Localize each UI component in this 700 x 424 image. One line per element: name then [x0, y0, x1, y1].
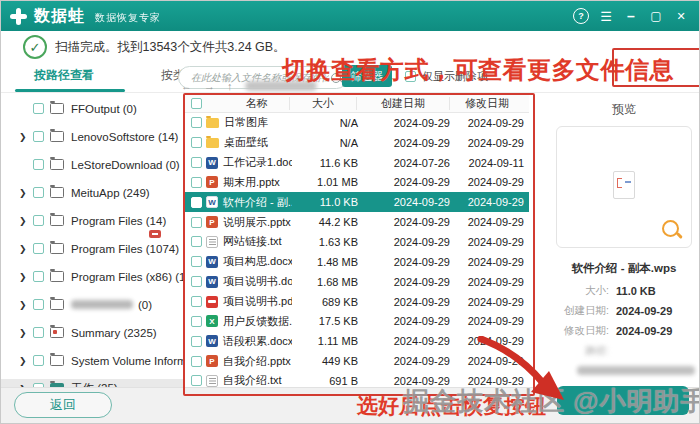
tree-checkbox[interactable] — [33, 103, 44, 114]
table-row[interactable]: 自我介绍.pptx449 KB2024-09-292024-09-29 — [185, 351, 529, 371]
select-all-checkbox[interactable] — [191, 98, 202, 109]
tab-view-by-path[interactable]: 按路径查看 — [34, 67, 94, 84]
file-created: 2024-09-29 — [358, 335, 450, 347]
tree-item[interactable]: Summary (2325) — [1, 323, 183, 342]
table-row[interactable]: 项目说明书.do...1.68 MB2024-09-292024-09-29 — [185, 272, 529, 292]
row-checkbox[interactable] — [191, 316, 202, 327]
tree-item[interactable]: System Volume Informat — [1, 351, 183, 370]
preview-thumbnail[interactable] — [556, 126, 692, 248]
tree-checkbox[interactable] — [33, 131, 44, 142]
tree-checkbox[interactable] — [33, 299, 44, 310]
up-arrow-icon[interactable]: ↑ — [227, 80, 233, 92]
header-modified[interactable]: 修改日期 — [449, 97, 529, 110]
table-row[interactable]: 项目构思.docx1.48 MB2024-09-292024-09-29 — [185, 252, 529, 272]
chevron-right-icon[interactable] — [19, 132, 33, 142]
chevron-right-icon[interactable] — [19, 328, 33, 338]
help-icon[interactable] — [573, 8, 589, 24]
tree-checkbox[interactable] — [33, 159, 44, 170]
table-row[interactable]: 用户反馈数据...17.5 KB2024-09-292024-09-29 — [185, 311, 529, 331]
folder-icon — [50, 299, 64, 310]
table-row[interactable]: 工作记录1.docx11.6 KB2024-07-262024-09-11 — [185, 153, 529, 173]
row-checkbox[interactable] — [191, 177, 202, 188]
file-name: 网站链接.txt — [218, 234, 292, 249]
folder-icon — [50, 243, 64, 254]
chevron-right-icon[interactable] — [19, 216, 33, 226]
folder-icon — [50, 131, 64, 142]
tree-item-label: Summary (2325) — [71, 327, 157, 339]
row-checkbox[interactable] — [191, 197, 202, 208]
file-created: 2024-07-26 — [358, 157, 450, 169]
file-size: 689 KB — [292, 296, 358, 308]
table-row[interactable]: 项目说明书.pdf689 KB2024-09-292024-09-29 — [185, 292, 529, 312]
folder-icon — [50, 103, 64, 114]
row-checkbox[interactable] — [191, 276, 202, 287]
row-checkbox[interactable] — [191, 137, 202, 148]
file-created: 2024-09-29 — [358, 296, 450, 308]
app-subtitle: 数据恢复专家 — [95, 11, 161, 25]
tree-item[interactable]: MeituApp (249) — [1, 183, 183, 202]
close-icon[interactable] — [673, 8, 689, 24]
file-name: 项目说明书.do... — [218, 274, 292, 289]
tree-checkbox[interactable] — [33, 243, 44, 254]
chevron-right-icon[interactable] — [19, 356, 33, 366]
tree-checkbox[interactable] — [33, 355, 44, 366]
tree-checkbox[interactable] — [33, 327, 44, 338]
header-created[interactable]: 创建日期 — [356, 97, 449, 110]
file-size: 1.11 MB — [292, 335, 358, 347]
table-row[interactable]: 说明展示.pptx44.2 KB2024-09-292024-09-29 — [185, 212, 529, 232]
tree-item[interactable]: FFOutput (0) — [1, 99, 183, 118]
row-checkbox[interactable] — [191, 256, 202, 267]
chevron-right-icon[interactable] — [19, 244, 33, 254]
row-checkbox[interactable] — [191, 356, 202, 367]
maximize-icon[interactable] — [648, 8, 664, 24]
tree-item[interactable]: Program Files (1074) — [1, 239, 183, 258]
word-file-icon — [206, 276, 218, 288]
excel-file-icon — [206, 315, 218, 327]
file-name: 用户反馈数据... — [218, 314, 292, 329]
row-checkbox[interactable] — [191, 375, 202, 386]
back-button[interactable]: 返回 — [14, 392, 112, 418]
file-created: 2024-09-29 — [358, 256, 450, 268]
table-row[interactable]: 桌面壁纸N/A2024-09-292024-09-29 — [185, 133, 529, 153]
field-label: 修改日期: — [549, 324, 609, 338]
table-row[interactable]: 语段积累.docx1.11 MB2024-09-292024-09-29 — [185, 331, 529, 351]
tree-checkbox[interactable] — [33, 187, 44, 198]
table-row[interactable]: 期末用.pptx1.01 MB2024-09-292024-09-29 — [185, 173, 529, 193]
row-checkbox[interactable] — [191, 217, 202, 228]
file-size: 1.63 KB — [292, 236, 358, 248]
back-arrow-icon[interactable]: ← — [181, 80, 192, 92]
tree-item[interactable]: LeStoreDownload (0) — [1, 155, 183, 174]
minimize-icon[interactable] — [623, 8, 639, 24]
tree-item[interactable]: Program Files (x86) (1976 — [1, 267, 183, 286]
tree-checkbox[interactable] — [33, 271, 44, 282]
tree-item-blurred[interactable]: (0) — [1, 295, 183, 314]
file-created: 2024-09-29 — [358, 276, 450, 288]
table-row[interactable]: 日常图库N/A2024-09-292024-09-29 — [185, 113, 529, 133]
zoom-magnifier-icon[interactable] — [662, 220, 679, 237]
header-name[interactable]: 名称 — [206, 97, 289, 110]
forward-arrow-icon[interactable]: → — [204, 80, 215, 92]
file-created: 2024-09-29 — [358, 216, 450, 228]
table-row-selected[interactable]: 软件介绍 - 副...11.0 KB2024-09-292024-09-29 — [185, 192, 529, 212]
chevron-right-icon[interactable] — [19, 272, 33, 282]
field-label: 创建日期: — [549, 304, 609, 318]
chevron-right-icon[interactable] — [19, 188, 33, 198]
file-size: 449 KB — [292, 355, 358, 367]
header-size[interactable]: 大小 — [289, 97, 356, 110]
menu-icon[interactable] — [598, 8, 614, 24]
file-size: N/A — [292, 117, 358, 129]
row-checkbox[interactable] — [191, 296, 202, 307]
tree-checkbox[interactable] — [33, 215, 44, 226]
file-size: N/A — [292, 137, 358, 149]
chevron-right-icon[interactable] — [19, 300, 33, 310]
row-checkbox[interactable] — [191, 117, 202, 128]
tree-item[interactable]: LenovoSoftstore (14) — [1, 127, 183, 146]
folder-tree-sidebar: FFOutput (0) LenovoSoftstore (14) LeStor… — [1, 93, 183, 388]
row-checkbox[interactable] — [191, 157, 202, 168]
file-modified: 2024-09-29 — [450, 276, 529, 288]
row-checkbox[interactable] — [191, 236, 202, 247]
tree-item[interactable]: Program Files (14) — [1, 211, 183, 230]
table-row[interactable]: 网站链接.txt1.63 KB2024-09-292024-09-29 — [185, 232, 529, 252]
row-checkbox[interactable] — [191, 336, 202, 347]
scan-status-text: 扫描完成。找到13543个文件共3.24 GB。 — [55, 39, 286, 56]
